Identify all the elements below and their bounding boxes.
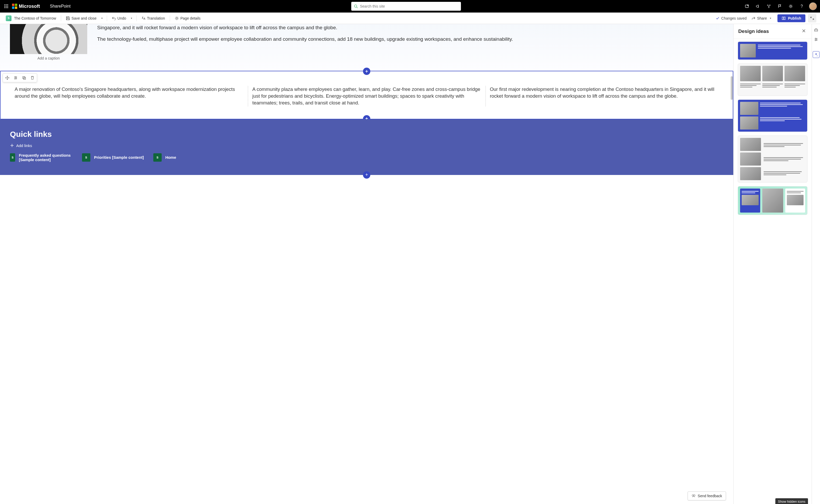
design-ideas-panel: Design ideas — [733, 24, 812, 504]
microsoft-brand-text: Microsoft — [19, 4, 40, 9]
toolbox-rail — [812, 24, 820, 504]
suite-settings-button[interactable] — [786, 1, 796, 11]
svg-rect-22 — [23, 77, 25, 79]
svg-point-28 — [816, 39, 817, 40]
undo-button[interactable]: Undo — [110, 15, 128, 22]
site-icon: S — [6, 15, 11, 21]
scrollbar-thumb[interactable] — [731, 76, 733, 100]
sharepoint-doc-icon: S — [153, 153, 162, 162]
quick-link-item[interactable]: S Home — [153, 153, 176, 162]
selected-section[interactable]: + — [0, 71, 733, 119]
move-section-button[interactable] — [3, 74, 11, 81]
send-feedback-button[interactable]: Send feedback — [688, 491, 726, 500]
quick-link-label: Priorities [Sample content] — [94, 155, 144, 160]
add-links-button[interactable]: Add links — [10, 143, 723, 148]
design-ideas-list[interactable] — [734, 39, 812, 499]
svg-rect-23 — [24, 77, 26, 79]
svg-rect-0 — [4, 4, 5, 5]
section-toolbar — [3, 73, 37, 82]
share-button[interactable]: Share ▾ — [749, 14, 775, 22]
quick-links-heading: Quick links — [10, 130, 723, 139]
app-launcher-button[interactable] — [2, 2, 10, 10]
save-close-button[interactable]: Save and close — [64, 15, 99, 22]
column-2[interactable]: A community plaza where employees can ga… — [248, 86, 485, 106]
design-ideas-rail-button[interactable] — [813, 51, 819, 58]
hero-text[interactable]: Singapore, and it will rocket forward a … — [97, 24, 723, 47]
quick-link-item[interactable]: S Frequently asked questions [Sample con… — [10, 153, 73, 162]
sliders-icon — [814, 37, 818, 42]
duplicate-section-button[interactable] — [20, 74, 28, 81]
save-close-label: Save and close — [72, 16, 97, 20]
command-separator — [107, 15, 107, 21]
search-icon — [354, 4, 358, 8]
design-ideas-footer: Show hidden icons — [734, 499, 812, 504]
translation-button[interactable]: Translation — [139, 15, 167, 22]
quick-link-label: Frequently asked questions [Sample conte… — [19, 153, 73, 162]
translation-label: Translation — [147, 16, 165, 20]
translation-icon — [141, 16, 145, 20]
hero-caption-placeholder[interactable]: Add a caption — [10, 56, 87, 60]
svg-rect-4 — [6, 6, 7, 7]
undo-chevron[interactable]: ▾ — [129, 16, 134, 21]
design-idea-card[interactable] — [738, 42, 807, 60]
suite-teams-button[interactable] — [742, 1, 752, 11]
design-idea-card[interactable] — [738, 99, 807, 132]
collapse-icon — [810, 16, 814, 20]
design-idea-card[interactable] — [738, 136, 807, 183]
section-settings-button[interactable] — [12, 74, 20, 81]
user-avatar[interactable] — [809, 2, 817, 10]
svg-point-29 — [815, 40, 816, 41]
three-columns: A major renovation of Contoso's Singapor… — [1, 71, 733, 119]
search-input[interactable] — [360, 4, 458, 8]
properties-button[interactable] — [813, 36, 819, 43]
copy-icon — [22, 76, 26, 80]
quick-links-section: Quick links Add links S Frequently asked… — [0, 119, 733, 175]
canvas-scrollbar[interactable] — [730, 24, 733, 504]
collapse-pane-button[interactable] — [808, 14, 816, 22]
feedback-icon — [692, 494, 696, 498]
svg-rect-11 — [745, 5, 748, 8]
page-details-label: Page details — [180, 16, 201, 20]
svg-point-21 — [15, 79, 15, 79]
waffle-icon — [4, 4, 8, 8]
svg-line-10 — [356, 7, 358, 8]
feedback-label: Send feedback — [698, 494, 722, 498]
save-close-chevron[interactable]: ▾ — [100, 16, 104, 21]
share-label: Share — [757, 16, 767, 20]
page-details-button[interactable]: Page details — [173, 15, 203, 22]
close-panel-button[interactable] — [801, 28, 807, 35]
add-section-button[interactable]: + — [363, 171, 370, 179]
publish-icon — [782, 16, 786, 20]
svg-rect-8 — [7, 7, 8, 8]
svg-rect-1 — [6, 4, 7, 5]
site-breadcrumb[interactable]: S The Contoso of Tomorrow — [4, 14, 58, 23]
suite-flag-button[interactable] — [775, 1, 785, 11]
column-3[interactable]: Our first major redevelopment is nearing… — [485, 86, 723, 106]
column-1[interactable]: A major renovation of Contoso's Singapor… — [10, 86, 248, 106]
quick-links-row: S Frequently asked questions [Sample con… — [10, 153, 723, 162]
design-idea-card[interactable] — [738, 186, 807, 215]
design-ideas-title: Design ideas — [738, 28, 769, 34]
undo-icon — [112, 16, 116, 20]
help-icon — [800, 4, 804, 8]
publish-label: Publish — [788, 16, 801, 20]
svg-rect-2 — [7, 4, 8, 5]
toolbox-button[interactable] — [813, 27, 819, 33]
design-idea-card[interactable] — [738, 63, 807, 96]
plus-icon — [10, 143, 14, 148]
command-bar: S The Contoso of Tomorrow Save and close… — [0, 13, 820, 24]
suite-megaphone-button[interactable] — [753, 1, 763, 11]
gear-icon — [789, 4, 793, 8]
search-box[interactable] — [351, 2, 461, 11]
microsoft-logo-icon — [12, 4, 17, 9]
add-section-above-button[interactable]: + — [363, 68, 370, 75]
page-canvas: Add a caption Singapore, and it will roc… — [0, 24, 733, 504]
suite-help-button[interactable] — [796, 1, 807, 11]
suite-connectors-button[interactable] — [764, 1, 774, 11]
publish-button[interactable]: Publish — [777, 14, 805, 22]
delete-section-button[interactable] — [28, 74, 36, 81]
hero-image[interactable] — [10, 24, 87, 54]
share-chevron[interactable]: ▾ — [768, 16, 773, 21]
quick-link-item[interactable]: S Priorities [Sample content] — [82, 153, 144, 162]
sparkle-icon — [814, 52, 818, 57]
